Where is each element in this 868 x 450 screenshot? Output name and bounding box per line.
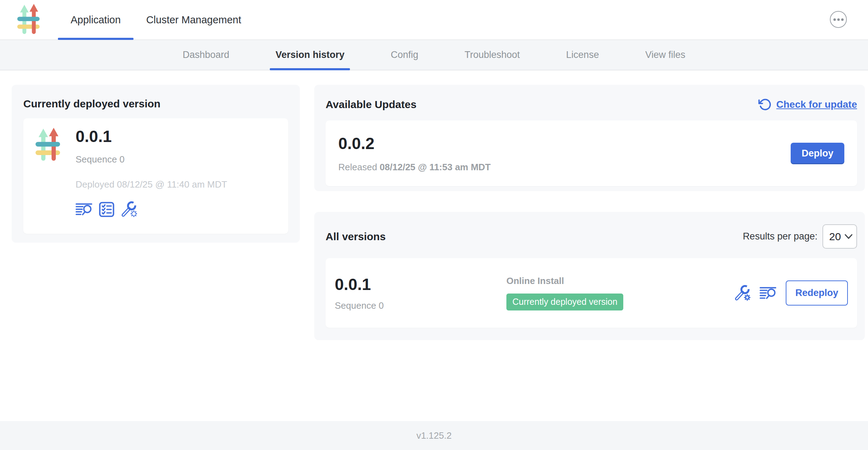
nav-tab-application[interactable]: Application	[58, 0, 133, 40]
ellipsis-dot	[833, 18, 836, 21]
console-version: v1.125.2	[416, 430, 452, 441]
deployed-actions	[76, 201, 227, 218]
ellipsis-menu-button[interactable]	[830, 11, 847, 28]
results-per-page-select[interactable]: 20	[822, 224, 857, 249]
tab-version-history[interactable]: Version history	[270, 40, 350, 70]
tab-troubleshoot-label: Troubleshoot	[464, 49, 520, 60]
version-row-number: 0.0.1	[335, 275, 506, 294]
currently-deployed-badge: Currently deployed version	[506, 294, 623, 310]
version-row-status: Online Install Currently deployed versio…	[506, 276, 734, 310]
update-row: 0.0.2 Released 08/12/25 @ 11:53 am MDT D…	[326, 120, 857, 186]
currently-deployed-card: Currently deployed version 0.0	[12, 85, 300, 243]
top-navbar: Application Cluster Management	[0, 0, 868, 40]
logs-icon[interactable]	[760, 286, 777, 300]
preflight-checklist-icon[interactable]	[99, 202, 114, 217]
update-version-number: 0.0.2	[338, 134, 491, 153]
versions-column: Available Updates Check for update 0.0.2…	[314, 85, 865, 340]
deployed-timestamp: Deployed 08/12/25 @ 11:40 am MDT	[76, 179, 227, 190]
available-updates-title: Available Updates	[326, 99, 416, 111]
all-versions-title: All versions	[326, 231, 386, 243]
config-wrench-icon[interactable]	[121, 201, 137, 218]
app-logo-icon	[35, 128, 63, 163]
deployed-sequence: Sequence 0	[76, 154, 227, 165]
deploy-button[interactable]: Deploy	[791, 143, 844, 164]
refresh-icon	[758, 98, 771, 111]
version-row-sequence: Sequence 0	[335, 300, 506, 311]
tab-license-label: License	[566, 49, 599, 60]
update-info: 0.0.2 Released 08/12/25 @ 11:53 am MDT	[338, 134, 491, 173]
nav-tab-cluster-management-label: Cluster Management	[146, 14, 241, 26]
check-for-update-link[interactable]: Check for update	[758, 98, 857, 111]
results-per-page-group: Results per page: 20	[743, 224, 857, 249]
tab-config[interactable]: Config	[385, 40, 424, 70]
available-updates-card: Available Updates Check for update 0.0.2…	[314, 85, 865, 191]
install-type-label: Online Install	[506, 276, 734, 286]
ellipsis-dot	[841, 18, 844, 21]
console-footer: v1.125.2	[0, 421, 868, 450]
deployed-version-number: 0.0.1	[76, 127, 227, 146]
app-logo-icon	[16, 4, 42, 36]
deployed-version-info: 0.0.1 Sequence 0 Deployed 08/12/25 @ 11:…	[76, 127, 227, 225]
ellipsis-dot	[837, 18, 840, 21]
deployed-column: Currently deployed version 0.0	[12, 85, 300, 243]
deployed-card-title: Currently deployed version	[23, 98, 288, 110]
tab-view-files[interactable]: View files	[640, 40, 691, 70]
main-content: Currently deployed version 0.0	[0, 70, 868, 421]
tab-config-label: Config	[391, 49, 418, 60]
tab-dashboard[interactable]: Dashboard	[177, 40, 235, 70]
released-label: Released	[338, 162, 377, 172]
all-versions-card: All versions Results per page: 20	[314, 212, 865, 340]
update-released-timestamp: Released 08/12/25 @ 11:53 am MDT	[338, 162, 491, 173]
admin-console-screen: Application Cluster Management Dashboard…	[0, 0, 868, 450]
nav-tab-application-label: Application	[71, 14, 121, 26]
tab-troubleshoot[interactable]: Troubleshoot	[459, 40, 525, 70]
version-row-actions: Redeploy	[734, 280, 848, 306]
deployed-version-panel: 0.0.1 Sequence 0 Deployed 08/12/25 @ 11:…	[23, 118, 288, 234]
logs-icon[interactable]	[76, 202, 93, 217]
app-subnav: Dashboard Version history Config Trouble…	[0, 40, 868, 70]
tab-view-files-label: View files	[645, 49, 685, 60]
nav-tab-cluster-management[interactable]: Cluster Management	[133, 0, 254, 40]
tab-dashboard-label: Dashboard	[183, 49, 229, 60]
results-per-page-label: Results per page:	[743, 231, 818, 242]
tab-license[interactable]: License	[560, 40, 605, 70]
version-row-info: 0.0.1 Sequence 0	[335, 275, 506, 311]
version-row: 0.0.1 Sequence 0 Online Install Currentl…	[326, 258, 857, 328]
redeploy-button[interactable]: Redeploy	[786, 280, 848, 306]
tab-version-history-label: Version history	[275, 49, 344, 60]
app-logo	[16, 4, 42, 36]
check-for-update-label: Check for update	[776, 99, 857, 110]
released-date: 08/12/25 @ 11:53 am MDT	[380, 162, 491, 172]
config-wrench-icon[interactable]	[734, 285, 750, 301]
